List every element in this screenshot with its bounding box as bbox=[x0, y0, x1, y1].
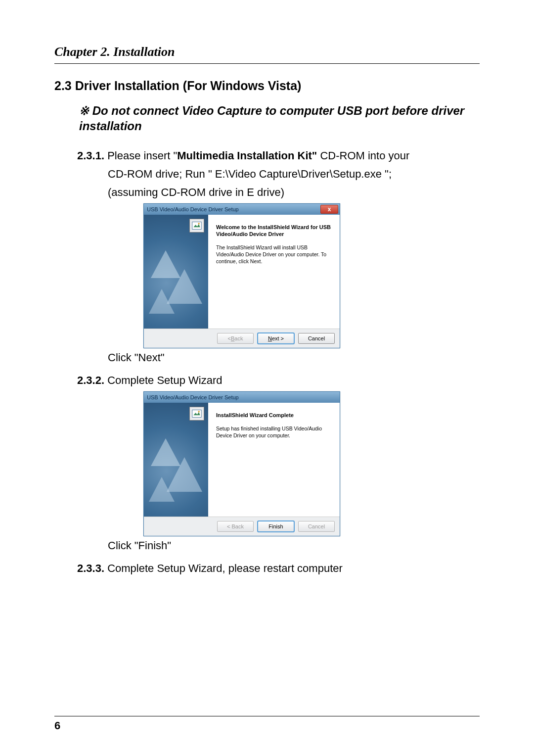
footer-rule bbox=[54, 716, 480, 716]
back-button: < Back bbox=[217, 333, 254, 344]
step-232-line: 2.3.2. Complete Setup Wizard bbox=[77, 373, 480, 388]
installer2-body: InstallShield Wizard Complete Setup has … bbox=[144, 403, 340, 517]
page-number: 6 bbox=[54, 719, 60, 732]
svg-point-3 bbox=[198, 411, 200, 412]
step-233-line: 2.3.3. Complete Setup Wizard, please res… bbox=[77, 561, 480, 576]
installer2-button-row: < Back Finish Cancel bbox=[144, 517, 340, 536]
finish-button[interactable]: Finish bbox=[258, 521, 294, 532]
warning-prefix: ※ bbox=[79, 104, 89, 117]
installer-window-1: USB Video/Audio Device Driver Setup x We… bbox=[143, 203, 340, 348]
step-232-text: Complete Setup Wizard bbox=[104, 374, 222, 386]
warning-line: ※ Do not connect Video Capture to comput… bbox=[79, 103, 480, 134]
installer1-button-row: < Back Next > Cancel bbox=[144, 329, 340, 348]
svg-rect-0 bbox=[192, 222, 201, 229]
step-232-number: 2.3.2. bbox=[77, 374, 104, 386]
section-heading: 2.3 Driver Installation (For Windows Vis… bbox=[54, 79, 480, 93]
step-231-t2c: "; bbox=[382, 168, 392, 180]
installer-logo-icon bbox=[189, 407, 204, 421]
installer-window-2: USB Video/Audio Device Driver Setup Inst… bbox=[143, 391, 340, 536]
next-rest: ext > bbox=[272, 335, 284, 341]
installer-logo-icon bbox=[189, 219, 204, 233]
installer2-text: Setup has finished installing USB Video/… bbox=[216, 425, 333, 439]
step-231-t1b: Multimedia Installation Kit" bbox=[177, 149, 317, 162]
step-231-t2b: E:\Video Capture\Driver\Setup.exe bbox=[215, 168, 382, 180]
step-231-line2: CD-ROM drive; Run " E:\Video Capture\Dri… bbox=[108, 167, 480, 182]
next-u: N bbox=[268, 335, 272, 341]
installer1-titlebar: USB Video/Audio Device Driver Setup x bbox=[144, 204, 340, 215]
installer2-side-graphic bbox=[144, 403, 208, 517]
step-232-click: Click "Finish" bbox=[108, 539, 480, 552]
installer2-heading: InstallShield Wizard Complete bbox=[216, 412, 333, 419]
step-231-t1a: Please insert " bbox=[104, 149, 177, 162]
click-a: Click " bbox=[108, 539, 138, 552]
cancel-button[interactable]: Cancel bbox=[298, 333, 335, 344]
click-a: Click " bbox=[108, 351, 138, 364]
installer1-content: Welcome to the InstallShield Wizard for … bbox=[208, 215, 340, 329]
step-231-t1c: CD-ROM into your bbox=[317, 149, 409, 162]
installer1-title: USB Video/Audio Device Driver Setup bbox=[147, 206, 239, 212]
next-button[interactable]: Next > bbox=[258, 333, 294, 344]
installer2-titlebar: USB Video/Audio Device Driver Setup bbox=[144, 392, 340, 403]
click-c: " bbox=[161, 351, 165, 364]
svg-point-1 bbox=[198, 223, 200, 224]
click-c: " bbox=[167, 539, 171, 552]
installer2-content: InstallShield Wizard Complete Setup has … bbox=[208, 403, 340, 517]
installer2-title: USB Video/Audio Device Driver Setup bbox=[147, 394, 239, 400]
cancel-button: Cancel bbox=[298, 521, 335, 532]
chapter-header: Chapter 2. Installation bbox=[54, 45, 480, 64]
back-button: < Back bbox=[217, 521, 254, 532]
installer1-body: Welcome to the InstallShield Wizard for … bbox=[144, 215, 340, 329]
back-u: B bbox=[231, 335, 234, 341]
step-231-number: 2.3.1. bbox=[77, 149, 104, 162]
back-rest: ack bbox=[234, 335, 243, 341]
warning-text: Do not connect Video Capture to computer… bbox=[79, 104, 464, 133]
step-231-t2a: CD-ROM drive; Run " bbox=[108, 168, 215, 180]
step-231-click: Click "Next" bbox=[108, 351, 480, 364]
installer1-heading: Welcome to the InstallShield Wizard for … bbox=[216, 224, 333, 238]
step-233-text: Complete Setup Wizard, please restart co… bbox=[104, 562, 343, 574]
triangle-icon bbox=[149, 477, 175, 502]
document-page: Chapter 2. Installation 2.3 Driver Insta… bbox=[0, 0, 534, 756]
step-233-number: 2.3.3. bbox=[77, 562, 104, 574]
click-b: Finish bbox=[138, 539, 168, 552]
click-b: Next bbox=[138, 351, 161, 364]
installer1-side-graphic bbox=[144, 215, 208, 329]
svg-rect-2 bbox=[192, 410, 201, 417]
step-231-line3: (assuming CD-ROM drive in E drive) bbox=[108, 185, 480, 200]
installer1-text: The InstallShield Wizard will install US… bbox=[216, 244, 333, 265]
triangle-icon bbox=[149, 289, 175, 314]
close-icon[interactable]: x bbox=[320, 205, 338, 214]
step-231-line1: 2.3.1. Please insert "Multimedia Install… bbox=[77, 148, 480, 164]
